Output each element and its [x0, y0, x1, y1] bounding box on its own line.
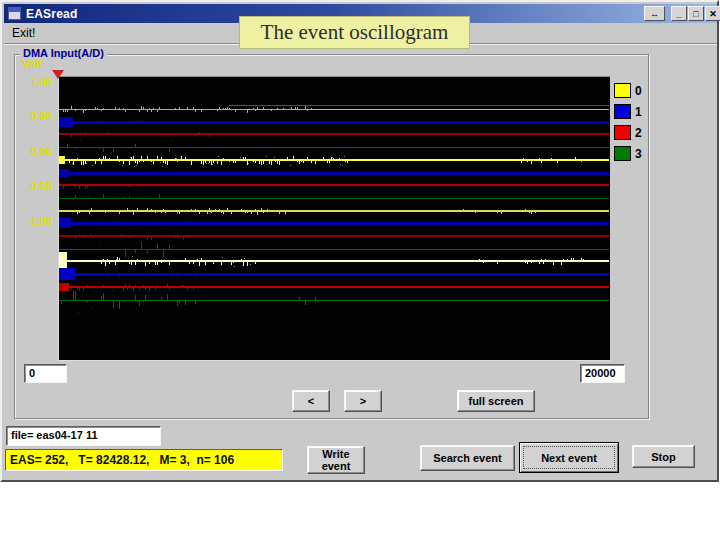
close-icon[interactable]: ✕ — [705, 6, 720, 21]
legend-label: 0 — [635, 84, 642, 98]
file-name-field[interactable]: file= eas04-17 11 — [6, 426, 161, 446]
groupbox-label: DMA Input(A/D) — [20, 47, 107, 59]
legend-label: 1 — [635, 105, 642, 119]
y-tick: -0.50 — [16, 180, 52, 192]
legend-label: 2 — [635, 126, 642, 140]
legend-item: 1 — [614, 104, 642, 119]
app-icon — [8, 7, 21, 20]
legend-item: 0 — [614, 83, 642, 98]
y-tick: 1.00 — [16, 76, 52, 88]
y-tick: -1.00 — [16, 215, 52, 227]
legend-item: 2 — [614, 125, 642, 140]
oscillogram-canvas — [59, 77, 609, 360]
write-event-label-line2: event — [322, 460, 351, 472]
search-event-button[interactable]: Search event — [420, 445, 515, 471]
slide-caption: The event oscillogram — [239, 16, 470, 49]
event-status-bar: EAS= 252, T= 82428.12, M= 3, n= 106 — [5, 449, 283, 471]
menu-item-exit[interactable]: Exit! — [12, 26, 35, 40]
legend-swatch — [614, 104, 631, 119]
resize-icon[interactable]: ↔ — [644, 6, 665, 21]
maximize-icon[interactable]: □ — [688, 6, 704, 21]
legend-swatch — [614, 146, 631, 161]
x-start-input[interactable]: 0 — [24, 364, 67, 383]
scroll-right-button[interactable]: > — [344, 390, 382, 412]
cursor-marker-icon — [52, 70, 64, 79]
minimize-icon[interactable]: _ — [671, 6, 687, 21]
x-end-input[interactable]: 20000 — [580, 364, 625, 383]
legend-label: 3 — [635, 147, 642, 161]
legend-item: 3 — [614, 146, 642, 161]
full-screen-button[interactable]: full screen — [457, 390, 535, 412]
write-event-label-line1: Write — [322, 448, 349, 460]
oscillogram-plot — [58, 76, 610, 361]
write-event-button[interactable]: Writeevent — [307, 446, 365, 474]
y-tick: 0.50 — [16, 110, 52, 122]
y-tick: 0.00 — [16, 145, 52, 157]
legend-swatch — [614, 83, 631, 98]
stop-button[interactable]: Stop — [632, 445, 695, 468]
window-title: EASread — [26, 7, 77, 21]
app-window: EASread ↔ _ □ ✕ Exit! The event oscillog… — [0, 0, 719, 482]
next-event-button[interactable]: Next event — [519, 442, 619, 473]
y-axis-label: Volt — [22, 58, 42, 70]
next-event-label: Next event — [523, 446, 615, 469]
scroll-left-button[interactable]: < — [292, 390, 330, 412]
legend-swatch — [614, 125, 631, 140]
